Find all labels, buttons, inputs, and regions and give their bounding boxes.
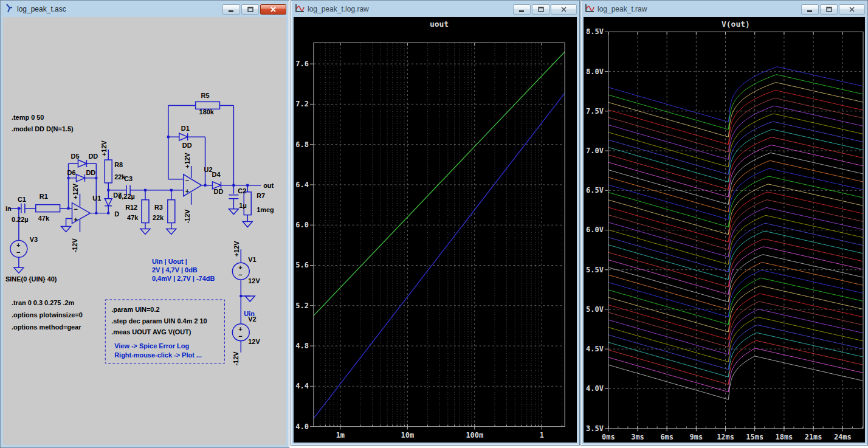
schematic-label: +: [16, 241, 20, 249]
schematic-label: 47k: [127, 214, 139, 221]
trace[interactable]: [608, 333, 863, 377]
plot-title[interactable]: uout: [430, 19, 449, 29]
close-button[interactable]: [551, 4, 577, 15]
trace[interactable]: [608, 278, 863, 324]
maximize-button[interactable]: [241, 4, 259, 15]
y-tick-label: 6.5V: [586, 186, 604, 195]
schematic-label: R8: [114, 161, 123, 168]
trace[interactable]: [608, 317, 863, 362]
schematic-label: −: [74, 205, 78, 213]
y-tick-label: 5.2: [295, 302, 309, 310]
x-tick-label: 9ms: [690, 433, 703, 441]
trace[interactable]: [608, 161, 863, 212]
trace[interactable]: [608, 356, 863, 399]
trace[interactable]: [608, 184, 863, 235]
schematic-label: 12V: [248, 338, 260, 345]
ground-symbols: [14, 209, 255, 302]
trace[interactable]: [608, 168, 863, 219]
titlebar-raw-plot[interactable]: log_peak_t.raw: [581, 1, 867, 16]
y-tick-label: 8.0V: [586, 67, 604, 76]
schematic-label: .options plotwinsize=0: [12, 311, 83, 319]
schematic-label: +: [185, 187, 189, 195]
x-tick-label: 3ms: [631, 433, 644, 441]
window-raw-plot[interactable]: log_peak_t.raw 3.5V4.0V4.5V5.0V5.5V6.0V6…: [580, 0, 868, 446]
trace[interactable]: [314, 93, 565, 418]
trace[interactable]: [608, 207, 863, 257]
trace[interactable]: [608, 200, 863, 250]
y-tick-label: 7.2: [295, 100, 309, 108]
plot-grid: 4.04.44.85.25.66.06.46.87.27.61m10m100m1: [295, 43, 564, 439]
schematic-label: R7: [257, 192, 265, 199]
schematic-label: +12V: [72, 183, 79, 199]
schematic-label: 0.22µ: [12, 216, 29, 223]
minimize-button[interactable]: [513, 4, 531, 15]
minimize-button[interactable]: [801, 4, 819, 15]
x-tick-label: 1m: [336, 431, 345, 439]
maximize-icon: [538, 6, 544, 12]
window-log-plot[interactable]: log_peak_t.log.raw 4.04.44.85.25.66.06.4…: [291, 0, 580, 446]
schematic-label: .temp 0 50: [12, 114, 44, 121]
log-plot-canvas[interactable]: 4.04.44.85.25.66.06.46.87.27.61m10m100m1…: [294, 17, 577, 443]
minimize-icon: [807, 6, 813, 12]
schematic-label: 1µ: [239, 202, 246, 209]
close-icon: [270, 7, 276, 12]
maximize-button[interactable]: [532, 4, 549, 15]
y-tick-label: 4.8: [295, 342, 309, 350]
schematic-label: Right-mouse-click -> Plot ...: [114, 351, 202, 359]
plot-title[interactable]: V(out): [722, 19, 750, 29]
trace[interactable]: [608, 271, 863, 317]
schematic-label: DD: [182, 142, 192, 149]
trace[interactable]: [608, 192, 863, 242]
schematic-label: +: [238, 264, 242, 271]
trace-group: [608, 67, 863, 399]
close-button[interactable]: [839, 4, 865, 15]
trace[interactable]: [608, 325, 863, 370]
schematic-canvas[interactable]: .temp 0 50.model DD D(N=1.5)D5DDD6DDU1+1…: [3, 17, 286, 445]
trace[interactable]: [608, 83, 863, 137]
trace[interactable]: [608, 75, 863, 129]
schematic-label: R5: [201, 92, 210, 99]
y-tick-label: 3.5V: [586, 424, 604, 433]
trace[interactable]: [608, 223, 863, 272]
raw-plot-canvas[interactable]: 3.5V4.0V4.5V5.0V5.5V6.0V6.5V7.0V7.5V8.0V…: [584, 17, 865, 443]
maximize-button[interactable]: [820, 4, 838, 15]
titlebar-schematic[interactable]: log_peak_t.asc: [1, 1, 289, 16]
minimize-button[interactable]: [222, 4, 240, 15]
window-title: log_peak_t.raw: [598, 5, 647, 13]
y-tick-label: 7.0V: [586, 146, 604, 155]
trace[interactable]: [608, 262, 863, 309]
x-tick-label: 10m: [401, 431, 415, 439]
schematic-label: .meas UOUT AVG V(OUT): [111, 328, 191, 336]
trace[interactable]: [608, 176, 863, 227]
schematic-label: +: [238, 325, 242, 333]
y-tick-label: 4.0V: [586, 384, 604, 393]
schematic-label: −: [238, 333, 242, 340]
trace[interactable]: [608, 216, 863, 264]
trace[interactable]: [608, 239, 863, 287]
titlebar-log-plot[interactable]: log_peak_t.log.raw: [291, 1, 579, 16]
window-schematic[interactable]: log_peak_t.asc: [0, 0, 289, 448]
close-button[interactable]: [260, 4, 286, 15]
y-tick-label: 4.0: [295, 422, 309, 431]
schematic-label: 47k: [38, 215, 50, 222]
y-tick-label: 5.5V: [586, 266, 604, 274]
trace[interactable]: [608, 340, 863, 384]
trace[interactable]: [608, 348, 863, 391]
schematic-label: SINE(0 {UIN} 40): [5, 275, 57, 283]
trace[interactable]: [608, 231, 863, 280]
schematic-label: D7: [113, 191, 122, 199]
schematic-label: 1meg: [257, 206, 274, 213]
trace[interactable]: [608, 247, 863, 295]
minimize-icon: [519, 6, 525, 12]
y-tick-label: 5.6: [295, 261, 309, 269]
plot-grid: 3.5V4.0V4.5V5.0V5.5V6.0V6.5V7.0V7.5V8.0V…: [586, 27, 863, 441]
schematic-label: V3: [30, 236, 38, 243]
schematic-label: U1: [92, 195, 101, 202]
trace[interactable]: [608, 67, 863, 122]
schematic-label: .options method=gear: [12, 323, 81, 331]
desktop: log_peak_t.asc: [0, 0, 868, 448]
schematic-label: R1: [40, 193, 48, 200]
trace[interactable]: [608, 255, 863, 302]
schematic-label: 2V | 4,7V | 0dB: [152, 266, 198, 274]
trace[interactable]: [608, 106, 863, 159]
